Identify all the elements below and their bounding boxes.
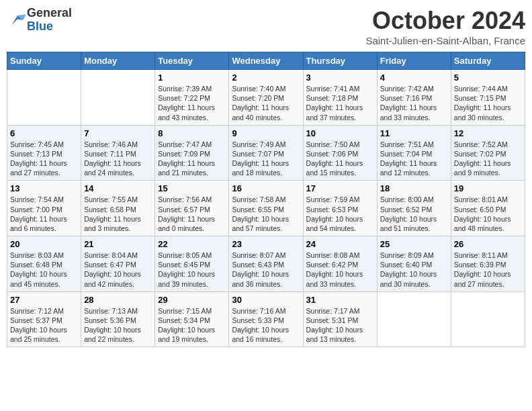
day-number: 8 bbox=[158, 128, 226, 138]
day-number: 24 bbox=[306, 239, 374, 249]
calendar-cell bbox=[451, 291, 525, 347]
calendar-cell: 22Sunrise: 8:05 AM Sunset: 6:45 PM Dayli… bbox=[155, 236, 229, 292]
day-number: 15 bbox=[158, 183, 226, 193]
calendar-cell: 4Sunrise: 7:42 AM Sunset: 7:16 PM Daylig… bbox=[377, 70, 451, 126]
day-info: Sunrise: 7:45 AM Sunset: 7:13 PM Dayligh… bbox=[10, 140, 78, 178]
logo-blue: Blue bbox=[27, 20, 72, 34]
calendar-cell: 23Sunrise: 8:07 AM Sunset: 6:43 PM Dayli… bbox=[229, 236, 303, 292]
calendar-week-3: 13Sunrise: 7:54 AM Sunset: 7:00 PM Dayli… bbox=[7, 181, 525, 236]
day-number: 25 bbox=[380, 239, 448, 249]
day-info: Sunrise: 8:09 AM Sunset: 6:40 PM Dayligh… bbox=[380, 250, 448, 289]
day-info: Sunrise: 8:00 AM Sunset: 6:52 PM Dayligh… bbox=[380, 195, 448, 233]
logo-text: General Blue bbox=[27, 7, 72, 34]
header-thursday: Thursday bbox=[303, 52, 377, 70]
day-number: 4 bbox=[380, 73, 448, 83]
day-number: 27 bbox=[10, 295, 78, 305]
header-row: SundayMondayTuesdayWednesdayThursdayFrid… bbox=[7, 52, 525, 70]
day-number: 3 bbox=[306, 73, 374, 83]
header-friday: Friday bbox=[377, 52, 451, 70]
day-info: Sunrise: 7:40 AM Sunset: 7:20 PM Dayligh… bbox=[232, 84, 300, 122]
calendar-cell: 27Sunrise: 7:12 AM Sunset: 5:37 PM Dayli… bbox=[7, 291, 81, 347]
day-info: Sunrise: 7:16 AM Sunset: 5:33 PM Dayligh… bbox=[232, 306, 300, 345]
day-number: 22 bbox=[158, 239, 226, 249]
calendar-week-4: 20Sunrise: 8:03 AM Sunset: 6:48 PM Dayli… bbox=[7, 236, 525, 292]
day-info: Sunrise: 7:12 AM Sunset: 5:37 PM Dayligh… bbox=[10, 306, 78, 345]
day-number: 21 bbox=[84, 239, 152, 249]
day-info: Sunrise: 7:41 AM Sunset: 7:18 PM Dayligh… bbox=[306, 84, 374, 122]
title-block: October 2024 Saint-Julien-en-Saint-Alban… bbox=[365, 7, 525, 46]
day-number: 28 bbox=[84, 295, 152, 305]
header-tuesday: Tuesday bbox=[155, 52, 229, 70]
day-number: 29 bbox=[158, 295, 226, 305]
day-info: Sunrise: 7:52 AM Sunset: 7:02 PM Dayligh… bbox=[454, 140, 522, 178]
day-info: Sunrise: 7:13 AM Sunset: 5:36 PM Dayligh… bbox=[84, 306, 152, 345]
day-number: 11 bbox=[380, 128, 448, 138]
calendar-cell: 2Sunrise: 7:40 AM Sunset: 7:20 PM Daylig… bbox=[229, 70, 303, 126]
calendar-cell: 5Sunrise: 7:44 AM Sunset: 7:15 PM Daylig… bbox=[451, 70, 525, 126]
day-number: 17 bbox=[306, 183, 374, 193]
calendar-cell: 24Sunrise: 8:08 AM Sunset: 6:42 PM Dayli… bbox=[303, 236, 377, 292]
calendar-cell: 12Sunrise: 7:52 AM Sunset: 7:02 PM Dayli… bbox=[451, 125, 525, 181]
calendar-cell: 29Sunrise: 7:15 AM Sunset: 5:34 PM Dayli… bbox=[155, 291, 229, 347]
day-info: Sunrise: 7:58 AM Sunset: 6:55 PM Dayligh… bbox=[232, 195, 300, 233]
day-number: 26 bbox=[454, 239, 522, 249]
day-info: Sunrise: 7:42 AM Sunset: 7:16 PM Dayligh… bbox=[380, 84, 448, 122]
calendar-cell: 6Sunrise: 7:45 AM Sunset: 7:13 PM Daylig… bbox=[7, 125, 81, 181]
day-info: Sunrise: 8:07 AM Sunset: 6:43 PM Dayligh… bbox=[232, 250, 300, 289]
calendar-cell bbox=[7, 70, 81, 126]
day-info: Sunrise: 8:08 AM Sunset: 6:42 PM Dayligh… bbox=[306, 250, 374, 289]
calendar-cell: 15Sunrise: 7:56 AM Sunset: 6:57 PM Dayli… bbox=[155, 181, 229, 236]
calendar-cell: 20Sunrise: 8:03 AM Sunset: 6:48 PM Dayli… bbox=[7, 236, 81, 292]
day-number: 6 bbox=[10, 128, 78, 138]
day-number: 10 bbox=[306, 128, 374, 138]
day-info: Sunrise: 8:03 AM Sunset: 6:48 PM Dayligh… bbox=[10, 250, 78, 289]
location: Saint-Julien-en-Saint-Alban, France bbox=[365, 35, 525, 46]
calendar-cell: 1Sunrise: 7:39 AM Sunset: 7:22 PM Daylig… bbox=[155, 70, 229, 126]
day-number: 12 bbox=[454, 128, 522, 138]
day-info: Sunrise: 7:55 AM Sunset: 6:58 PM Dayligh… bbox=[84, 195, 152, 233]
calendar-week-1: 1Sunrise: 7:39 AM Sunset: 7:22 PM Daylig… bbox=[7, 70, 525, 126]
calendar-table: SundayMondayTuesdayWednesdayThursdayFrid… bbox=[7, 52, 525, 347]
page-header: General Blue October 2024 Saint-Julien-e… bbox=[7, 7, 525, 46]
header-wednesday: Wednesday bbox=[229, 52, 303, 70]
day-number: 30 bbox=[232, 295, 300, 305]
calendar-cell: 18Sunrise: 8:00 AM Sunset: 6:52 PM Dayli… bbox=[377, 181, 451, 236]
calendar-cell: 17Sunrise: 7:59 AM Sunset: 6:53 PM Dayli… bbox=[303, 181, 377, 236]
day-info: Sunrise: 7:47 AM Sunset: 7:09 PM Dayligh… bbox=[158, 140, 226, 178]
day-info: Sunrise: 7:15 AM Sunset: 5:34 PM Dayligh… bbox=[158, 306, 226, 345]
day-number: 5 bbox=[454, 73, 522, 83]
day-info: Sunrise: 7:17 AM Sunset: 5:31 PM Dayligh… bbox=[306, 306, 374, 345]
day-info: Sunrise: 7:46 AM Sunset: 7:11 PM Dayligh… bbox=[84, 140, 152, 178]
calendar-cell: 8Sunrise: 7:47 AM Sunset: 7:09 PM Daylig… bbox=[155, 125, 229, 181]
day-info: Sunrise: 7:56 AM Sunset: 6:57 PM Dayligh… bbox=[158, 195, 226, 233]
calendar-week-2: 6Sunrise: 7:45 AM Sunset: 7:13 PM Daylig… bbox=[7, 125, 525, 181]
header-saturday: Saturday bbox=[451, 52, 525, 70]
day-info: Sunrise: 7:51 AM Sunset: 7:04 PM Dayligh… bbox=[380, 140, 448, 178]
calendar-cell: 31Sunrise: 7:17 AM Sunset: 5:31 PM Dayli… bbox=[303, 291, 377, 347]
day-number: 2 bbox=[232, 73, 300, 83]
day-number: 9 bbox=[232, 128, 300, 138]
day-info: Sunrise: 8:01 AM Sunset: 6:50 PM Dayligh… bbox=[454, 195, 522, 233]
day-number: 7 bbox=[84, 128, 152, 138]
day-number: 18 bbox=[380, 183, 448, 193]
header-sunday: Sunday bbox=[7, 52, 81, 70]
day-number: 19 bbox=[454, 183, 522, 193]
day-info: Sunrise: 7:49 AM Sunset: 7:07 PM Dayligh… bbox=[232, 140, 300, 178]
logo-general: General bbox=[27, 7, 72, 20]
day-number: 23 bbox=[232, 239, 300, 249]
calendar-cell: 14Sunrise: 7:55 AM Sunset: 6:58 PM Dayli… bbox=[81, 181, 155, 236]
day-number: 14 bbox=[84, 183, 152, 193]
month-title: October 2024 bbox=[365, 7, 525, 35]
day-info: Sunrise: 8:04 AM Sunset: 6:47 PM Dayligh… bbox=[84, 250, 152, 289]
day-number: 1 bbox=[158, 73, 226, 83]
calendar-cell: 21Sunrise: 8:04 AM Sunset: 6:47 PM Dayli… bbox=[81, 236, 155, 292]
day-number: 20 bbox=[10, 239, 78, 249]
day-number: 13 bbox=[10, 183, 78, 193]
day-info: Sunrise: 7:50 AM Sunset: 7:06 PM Dayligh… bbox=[306, 140, 374, 178]
day-number: 31 bbox=[306, 295, 374, 305]
day-info: Sunrise: 7:54 AM Sunset: 7:00 PM Dayligh… bbox=[10, 195, 78, 233]
calendar-cell: 9Sunrise: 7:49 AM Sunset: 7:07 PM Daylig… bbox=[229, 125, 303, 181]
calendar-cell: 7Sunrise: 7:46 AM Sunset: 7:11 PM Daylig… bbox=[81, 125, 155, 181]
calendar-week-5: 27Sunrise: 7:12 AM Sunset: 5:37 PM Dayli… bbox=[7, 291, 525, 347]
day-info: Sunrise: 7:59 AM Sunset: 6:53 PM Dayligh… bbox=[306, 195, 374, 233]
